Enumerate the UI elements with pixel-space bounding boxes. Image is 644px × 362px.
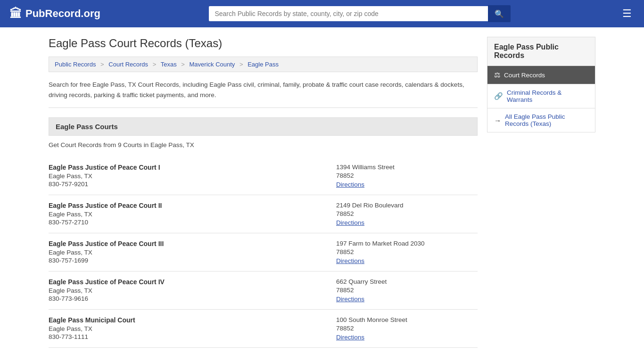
page-description: Search for free Eagle Pass, TX Court Rec… bbox=[49, 80, 478, 108]
court-zip-0: 78852 bbox=[336, 172, 478, 179]
court-phone-3: 830-773-9616 bbox=[49, 295, 336, 302]
court-city-2: Eagle Pass, TX bbox=[49, 249, 336, 256]
menu-button[interactable]: ☰ bbox=[619, 5, 635, 23]
court-entry-1: Eagle Pass Justice of Peace Court II Eag… bbox=[49, 195, 478, 233]
main-container: Eagle Pass Court Records (Texas) Public … bbox=[39, 27, 605, 357]
courts-count: Get Court Records from 9 Courts in Eagle… bbox=[49, 141, 478, 148]
sidebar: Eagle Pass Public Records ⚖ Court Record… bbox=[487, 37, 595, 348]
court-phone-4: 830-773-1111 bbox=[49, 333, 336, 340]
court-phone-0: 830-757-9201 bbox=[49, 181, 336, 188]
sidebar-court-records-label: Court Records bbox=[504, 72, 545, 79]
page-title: Eagle Pass Court Records (Texas) bbox=[49, 37, 478, 50]
breadcrumb-eagle-pass[interactable]: Eagle Pass bbox=[248, 61, 279, 68]
all-records-icon: → bbox=[494, 116, 501, 124]
court-info-1: Eagle Pass Justice of Peace Court II Eag… bbox=[49, 202, 336, 226]
content-area: Eagle Pass Court Records (Texas) Public … bbox=[49, 37, 478, 348]
search-input[interactable] bbox=[209, 6, 488, 21]
court-address-2: 197 Farm to Market Road 2030 78852 Direc… bbox=[336, 240, 478, 264]
search-button[interactable]: 🔍 bbox=[488, 5, 511, 22]
court-address-3: 662 Quarry Street 78852 Directions bbox=[336, 278, 478, 303]
court-city-1: Eagle Pass, TX bbox=[49, 211, 336, 218]
sidebar-all-records-link[interactable]: All Eagle Pass Public Records (Texas) bbox=[505, 113, 588, 127]
courts-list: Eagle Pass Justice of Peace Court I Eagl… bbox=[49, 157, 478, 348]
court-city-3: Eagle Pass, TX bbox=[49, 287, 336, 294]
court-name-1: Eagle Pass Justice of Peace Court II bbox=[49, 202, 336, 209]
directions-link-2[interactable]: Directions bbox=[336, 257, 364, 264]
court-city-0: Eagle Pass, TX bbox=[49, 173, 336, 180]
court-name-4: Eagle Pass Municipal Court bbox=[49, 316, 336, 324]
court-info-3: Eagle Pass Justice of Peace Court IV Eag… bbox=[49, 278, 336, 303]
court-address-4: 100 South Monroe Street 78852 Directions bbox=[336, 316, 478, 341]
court-entry-2: Eagle Pass Justice of Peace Court III Ea… bbox=[49, 233, 478, 272]
sidebar-title: Eagle Pass Public Records bbox=[487, 37, 595, 66]
court-phone-1: 830-757-2710 bbox=[49, 219, 336, 226]
directions-link-1[interactable]: Directions bbox=[336, 219, 364, 226]
breadcrumb-sep-3: > bbox=[181, 61, 185, 68]
court-name-3: Eagle Pass Justice of Peace Court IV bbox=[49, 278, 336, 286]
court-street-1: 2149 Del Rio Boulevard bbox=[336, 202, 478, 209]
breadcrumb-court-records[interactable]: Court Records bbox=[108, 61, 148, 68]
court-entry-3: Eagle Pass Justice of Peace Court IV Eag… bbox=[49, 272, 478, 310]
logo-icon: 🏛 bbox=[9, 7, 22, 21]
court-info-4: Eagle Pass Municipal Court Eagle Pass, T… bbox=[49, 316, 336, 341]
breadcrumb: Public Records > Court Records > Texas >… bbox=[49, 57, 478, 72]
logo-link[interactable]: 🏛 PubRecord.org bbox=[9, 7, 100, 21]
court-street-2: 197 Farm to Market Road 2030 bbox=[336, 240, 478, 247]
court-name-0: Eagle Pass Justice of Peace Court I bbox=[49, 164, 336, 171]
court-city-4: Eagle Pass, TX bbox=[49, 325, 336, 332]
breadcrumb-public-records[interactable]: Public Records bbox=[55, 61, 96, 68]
sidebar-item-court-records[interactable]: ⚖ Court Records bbox=[487, 66, 595, 84]
court-street-0: 1394 Williams Street bbox=[336, 164, 478, 171]
breadcrumb-sep-4: > bbox=[239, 61, 243, 68]
court-zip-2: 78852 bbox=[336, 248, 478, 255]
sidebar-item-criminal-records[interactable]: 🔗 Criminal Records & Warrants bbox=[487, 84, 595, 108]
court-street-3: 662 Quarry Street bbox=[336, 278, 478, 285]
breadcrumb-sep-1: > bbox=[100, 61, 104, 68]
sidebar-criminal-records-link[interactable]: Criminal Records & Warrants bbox=[507, 89, 588, 103]
criminal-records-icon: 🔗 bbox=[494, 92, 503, 100]
court-info-0: Eagle Pass Justice of Peace Court I Eagl… bbox=[49, 164, 336, 188]
header: 🏛 PubRecord.org 🔍 ☰ bbox=[0, 0, 644, 27]
court-zip-4: 78852 bbox=[336, 325, 478, 332]
court-zip-3: 78852 bbox=[336, 287, 478, 294]
court-entry-4: Eagle Pass Municipal Court Eagle Pass, T… bbox=[49, 310, 478, 348]
court-address-1: 2149 Del Rio Boulevard 78852 Directions bbox=[336, 202, 478, 226]
directions-link-4[interactable]: Directions bbox=[336, 334, 364, 341]
breadcrumb-sep-2: > bbox=[153, 61, 157, 68]
court-phone-2: 830-757-1699 bbox=[49, 257, 336, 264]
directions-link-0[interactable]: Directions bbox=[336, 181, 364, 188]
breadcrumb-maverick-county[interactable]: Maverick County bbox=[190, 61, 235, 68]
courts-section-heading: Eagle Pass Courts bbox=[49, 117, 478, 136]
logo-text: PubRecord.org bbox=[25, 8, 100, 20]
court-street-4: 100 South Monroe Street bbox=[336, 316, 478, 323]
court-records-icon: ⚖ bbox=[494, 71, 500, 79]
search-area: 🔍 bbox=[209, 5, 511, 22]
sidebar-item-all-records[interactable]: → All Eagle Pass Public Records (Texas) bbox=[487, 108, 595, 132]
court-info-2: Eagle Pass Justice of Peace Court III Ea… bbox=[49, 240, 336, 264]
court-name-2: Eagle Pass Justice of Peace Court III bbox=[49, 240, 336, 247]
court-zip-1: 78852 bbox=[336, 210, 478, 217]
directions-link-3[interactable]: Directions bbox=[336, 296, 364, 303]
court-entry-0: Eagle Pass Justice of Peace Court I Eagl… bbox=[49, 157, 478, 195]
breadcrumb-texas[interactable]: Texas bbox=[161, 61, 177, 68]
court-address-0: 1394 Williams Street 78852 Directions bbox=[336, 164, 478, 188]
